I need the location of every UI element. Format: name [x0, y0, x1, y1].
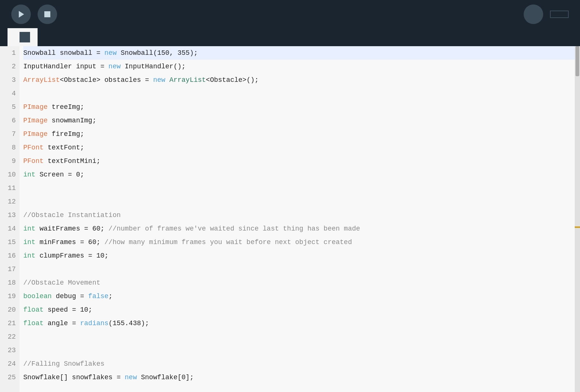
scrollbar-marker	[575, 226, 580, 228]
toolbar	[0, 0, 580, 28]
svg-rect-1	[44, 11, 50, 17]
code-token: //number of frames we've waited since la…	[109, 222, 360, 235]
code-token: (155.438);	[109, 317, 149, 330]
line-number-20: 20	[8, 303, 16, 317]
scrollbar-thumb[interactable]	[575, 46, 579, 76]
code-area[interactable]: Snowball snowball = new Snowball(150, 35…	[20, 46, 575, 392]
code-token: snowmanImg;	[48, 114, 97, 127]
code-token: int	[23, 222, 35, 235]
code-token: Screen = 0;	[35, 168, 84, 181]
code-line-5: PImage treeImg;	[23, 100, 575, 114]
code-line-20: float speed = 10;	[23, 303, 575, 317]
code-token: Snowflake[] snowflakes =	[23, 371, 125, 384]
code-token: radians	[80, 317, 109, 330]
line-number-12: 12	[8, 195, 16, 208]
code-token: <Obstacle>();	[206, 73, 258, 87]
code-token: new	[109, 60, 121, 73]
code-token: debug =	[52, 289, 88, 303]
code-line-25: Snowflake[] snowflakes = new Snowflake[0…	[23, 371, 575, 384]
code-line-3: ArrayList<Obstacle> obstacles = new Arra…	[23, 73, 575, 87]
code-token: treeImg;	[48, 100, 84, 114]
code-token: boolean	[23, 289, 52, 303]
code-token: //Obstacle Movement	[23, 276, 100, 289]
code-line-16: int clumpFrames = 10;	[23, 249, 575, 262]
line-number-4: 4	[12, 87, 16, 100]
code-line-24: //Falling Snowflakes	[23, 357, 575, 371]
code-line-19: boolean debug = false;	[23, 289, 575, 303]
code-token: angle =	[44, 317, 80, 330]
code-token: PImage	[23, 114, 48, 127]
code-line-18: //Obstacle Movement	[23, 276, 575, 289]
code-line-9: PFont textFontMini;	[23, 154, 575, 168]
code-line-11	[23, 181, 575, 195]
code-token: int	[23, 249, 35, 262]
code-token: textFontMini;	[44, 154, 100, 168]
code-line-17	[23, 262, 575, 276]
line-number-11: 11	[8, 181, 16, 195]
line-numbers: 1234567891011121314151617181920212223242…	[0, 46, 20, 392]
code-token: int	[23, 168, 35, 181]
code-line-23	[23, 344, 575, 357]
scrollbar[interactable]	[575, 46, 580, 392]
line-number-22: 22	[8, 330, 16, 344]
code-token: //Obstacle Instantiation	[23, 208, 121, 222]
code-token: //Falling Snowflakes	[23, 357, 104, 371]
line-number-13: 13	[8, 208, 16, 222]
toolbar-right	[524, 5, 569, 24]
code-token: speed = 10;	[44, 303, 92, 317]
code-token: false	[88, 289, 109, 303]
line-number-15: 15	[8, 235, 16, 249]
tab-dropdown-icon[interactable]	[20, 32, 30, 42]
code-token: ArrayList	[23, 73, 60, 87]
line-number-3: 3	[12, 73, 16, 87]
code-line-2: InputHandler input = new InputHandler();	[23, 60, 575, 73]
code-token: float	[23, 317, 44, 330]
line-number-2: 2	[12, 60, 16, 73]
line-number-8: 8	[12, 141, 16, 154]
line-number-1: 1	[12, 46, 16, 60]
code-token: PImage	[23, 127, 48, 141]
line-number-21: 21	[8, 317, 16, 330]
line-number-5: 5	[12, 100, 16, 114]
code-line-12	[23, 195, 575, 208]
line-number-18: 18	[8, 276, 16, 289]
code-line-8: PFont textFont;	[23, 141, 575, 154]
code-token: PImage	[23, 100, 48, 114]
line-number-7: 7	[12, 127, 16, 141]
code-token: PFont	[23, 154, 44, 168]
line-number-10: 10	[8, 168, 16, 181]
cmd-button[interactable]	[524, 5, 543, 24]
svg-marker-0	[19, 11, 24, 18]
stop-button[interactable]	[38, 5, 57, 24]
code-token: minFrames = 60;	[35, 235, 104, 249]
code-line-7: PImage fireImg;	[23, 127, 575, 141]
line-number-9: 9	[12, 154, 16, 168]
code-line-15: int minFrames = 60; //how many minimum f…	[23, 235, 575, 249]
line-number-6: 6	[12, 114, 16, 127]
code-token: textFont;	[44, 141, 84, 154]
play-button[interactable]	[11, 5, 31, 24]
code-token: fireImg;	[48, 127, 84, 141]
toolbar-left	[11, 5, 57, 24]
line-number-25: 25	[8, 371, 16, 384]
code-token: snowball =	[56, 46, 104, 60]
code-token: new	[104, 46, 116, 60]
language-dropdown[interactable]	[550, 11, 569, 18]
code-token: int	[23, 235, 35, 249]
code-token: Snowball	[23, 46, 56, 60]
line-number-19: 19	[8, 289, 16, 303]
code-line-10: int Screen = 0;	[23, 168, 575, 181]
code-token: new	[125, 371, 137, 384]
line-number-23: 23	[8, 344, 16, 357]
code-token: clumpFrames = 10;	[35, 249, 108, 262]
code-token: InputHandler input =	[23, 60, 109, 73]
code-token: PFont	[23, 141, 44, 154]
code-token: float	[23, 303, 44, 317]
code-line-14: int waitFrames = 60; //number of frames …	[23, 222, 575, 235]
line-number-17: 17	[8, 262, 16, 276]
tab-snowballin[interactable]	[8, 28, 38, 46]
code-line-22	[23, 330, 575, 344]
line-number-14: 14	[8, 222, 16, 235]
code-token: InputHandler();	[121, 60, 186, 73]
code-line-4	[23, 87, 575, 100]
